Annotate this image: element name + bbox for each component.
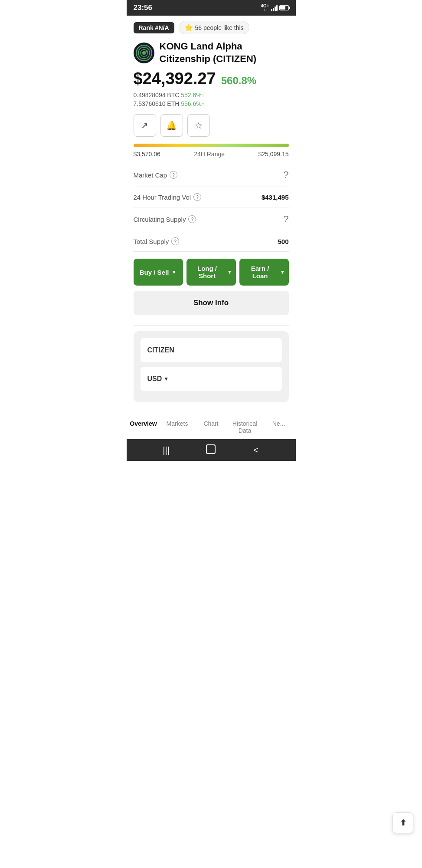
stats-table: Market Cap ? ? 24 Hour Trading Vol ? $43… [134,163,289,252]
buy-sell-dropdown-icon: ▼ [171,269,177,275]
btc-price-row: 0.49828094 BTC 552.6%↑ [134,92,289,99]
action-buttons: ↗ 🔔 ☆ [134,114,289,137]
coin-name: KONG Land Alpha Citizenship (CITIZEN) [160,40,289,65]
likes-star-icon: ⭐ [184,23,193,32]
watchlist-button[interactable]: ☆ [187,114,210,137]
star-icon: ☆ [195,120,203,131]
likes-text: 56 people like this [195,24,244,31]
total-supply-info-icon[interactable]: ? [171,237,179,245]
tab-news[interactable]: Ne... [262,418,296,436]
svg-point-2 [142,51,146,55]
buy-sell-button[interactable]: Buy / Sell ▼ [134,259,183,286]
rank-badge: Rank #N/A [134,22,174,33]
price-row: $24,392.27 560.8% [134,69,289,88]
range-high: $25,099.15 [258,151,288,158]
trading-vol-row: 24 Hour Trading Vol ? $431,495 [134,187,289,207]
eth-change: 556.6%↑ [181,100,204,107]
tab-chart[interactable]: Chart [194,418,228,436]
currency-input[interactable] [173,374,275,384]
tab-overview[interactable]: Overview [127,418,160,436]
circulating-supply-info-icon[interactable]: ? [188,215,196,223]
total-supply-label: Total Supply ? [134,237,180,245]
market-cap-row: Market Cap ? ? [134,163,289,187]
earn-loan-dropdown-icon: ▼ [280,269,285,275]
svg-point-3 [145,50,147,52]
tab-markets[interactable]: Markets [160,418,194,436]
range-label: 24H Range [194,151,225,158]
android-back-icon: < [253,445,258,455]
circulating-supply-value: ? [283,214,288,225]
android-menu-icon: ||| [163,445,170,455]
price-change: 560.8% [221,75,256,87]
price-range-container: $3,570.06 24H Range $25,099.15 [134,144,289,158]
crypto-converter-field: CITIZEN [141,338,282,362]
signal-bars [271,5,278,11]
battery-icon [279,5,289,10]
currency-dropdown-icon: ▼ [164,376,169,382]
coin-logo [134,43,154,63]
bottom-tabs: Overview Markets Chart Historical Data N… [127,413,296,439]
tab-historical-data[interactable]: Historical Data [228,418,262,436]
circulating-supply-label: Circulating Supply ? [134,215,196,223]
network-indicator: 4G+ ↑↓ [261,4,269,12]
rank-row: Rank #N/A ⭐ 56 people like this [134,21,289,34]
range-bar [134,144,289,147]
coin-logo-svg [138,47,150,59]
long-short-button[interactable]: Long / Short ▼ [186,259,236,286]
trading-vol-info-icon[interactable]: ? [193,193,201,201]
coin-header: KONG Land Alpha Citizenship (CITIZEN) [134,40,289,65]
alert-button[interactable]: 🔔 [160,114,183,137]
converter-section: CITIZEN USD ▼ [134,331,289,402]
trading-vol-value: $431,495 [262,194,289,201]
android-menu-button[interactable]: ||| [160,445,173,455]
price-value: $24,392.27 [134,69,216,88]
long-short-dropdown-icon: ▼ [227,269,232,275]
show-info-button[interactable]: Show Info [134,291,289,315]
currency-converter-field: USD ▼ [141,367,282,391]
crypto-label: CITIZEN [147,346,174,354]
market-cap-info-icon[interactable]: ? [170,171,177,179]
android-home-icon [206,444,216,454]
status-bar: 23:56 4G+ ↑↓ [127,0,296,16]
eth-price-row: 7.53760610 ETH 556.6%↑ [134,100,289,107]
crypto-input[interactable] [174,345,275,355]
btc-arrow-up-icon: ↑ [202,92,204,99]
share-icon: ↗ [141,120,148,131]
status-icons: 4G+ ↑↓ [261,4,288,12]
trading-vol-label: 24 Hour Trading Vol ? [134,193,202,201]
earn-loan-button[interactable]: Earn / Loan ▼ [239,259,289,286]
share-button[interactable]: ↗ [134,114,156,137]
market-cap-label: Market Cap ? [134,171,178,179]
total-supply-value: 500 [278,238,288,245]
total-supply-row: Total Supply ? 500 [134,231,289,252]
eth-arrow-up-icon: ↑ [202,101,204,107]
main-content: Rank #N/A ⭐ 56 people like this KONG Lan… [127,16,296,413]
status-time: 23:56 [134,3,152,12]
android-back-button[interactable]: < [249,445,262,455]
circulating-supply-row: Circulating Supply ? ? [134,207,289,231]
range-labels: $3,570.06 24H Range $25,099.15 [134,151,289,158]
range-low: $3,570.06 [134,151,160,158]
divider [134,326,289,326]
likes-badge[interactable]: ⭐ 56 people like this [179,21,249,34]
bell-icon: 🔔 [166,120,177,131]
android-nav: ||| < [127,439,296,461]
btc-change: 552.6%↑ [181,92,204,99]
currency-label[interactable]: USD ▼ [147,375,173,383]
android-home-button[interactable] [204,444,217,456]
trade-buttons: Buy / Sell ▼ Long / Short ▼ Earn / Loan … [134,259,289,286]
market-cap-value: ? [283,169,288,181]
